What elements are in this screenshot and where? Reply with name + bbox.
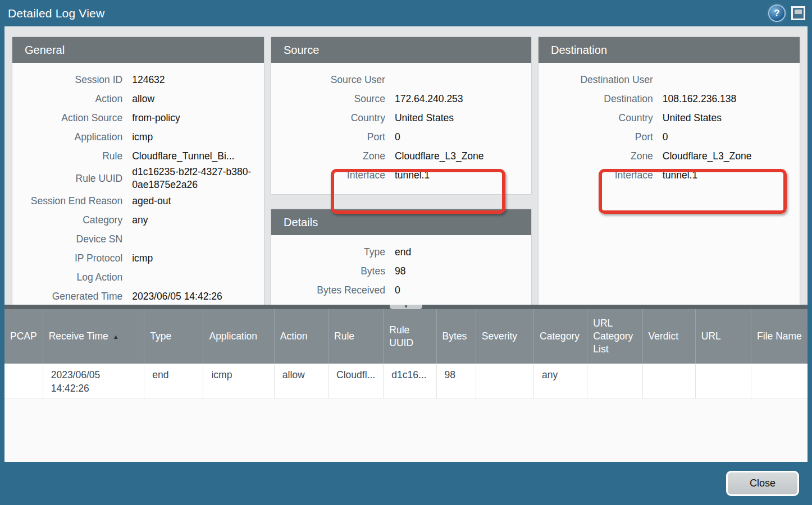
destination-panel: Destination Destination User Destination… xyxy=(539,37,800,305)
details-row: Typeend xyxy=(271,242,524,261)
collapse-handle[interactable]: ▼ xyxy=(390,305,422,309)
column-header-verdict[interactable]: Verdict xyxy=(642,309,695,364)
cell-severity xyxy=(476,364,533,399)
column-header-application[interactable]: Application xyxy=(203,309,274,364)
column-header-type[interactable]: Type xyxy=(144,309,203,364)
log-table-row[interactable]: 2023/06/05 14:42:26 end icmp allow Cloud… xyxy=(4,364,808,399)
destination-row: Interfacetunnel.1 xyxy=(539,166,793,185)
cell-url-category-list xyxy=(587,364,642,399)
general-row: Session ID124632 xyxy=(12,70,257,89)
column-header-bytes[interactable]: Bytes xyxy=(436,309,476,364)
chevron-down-icon: ▼ xyxy=(404,305,408,309)
column-header-receive-time[interactable]: Receive Time▲ xyxy=(43,309,144,364)
cell-action: allow xyxy=(274,364,328,399)
general-row: Session End Reasonaged-out xyxy=(12,191,257,210)
general-panel: General Session ID124632 Actionallow Act… xyxy=(12,37,264,305)
details-row: Bytes Received0 xyxy=(271,281,524,300)
destination-row: CountryUnited States xyxy=(539,108,793,127)
column-header-file-name[interactable]: File Name xyxy=(751,309,808,364)
close-button[interactable]: Close xyxy=(726,471,799,496)
cell-application: icmp xyxy=(203,364,274,399)
source-panel-header: Source xyxy=(271,37,531,63)
cell-url xyxy=(695,364,751,399)
column-header-action[interactable]: Action xyxy=(274,309,328,364)
destination-row: Destination108.162.236.138 xyxy=(539,89,793,108)
general-row: RuleCloudflare_Tunnel_Bi... xyxy=(12,146,257,166)
cell-type: end xyxy=(144,364,203,399)
cell-bytes: 98 xyxy=(436,364,476,399)
dialog-titlebar: Detailed Log View ? xyxy=(0,0,812,26)
details-panel: Details Typeend Bytes98 Bytes Received0 xyxy=(271,209,531,305)
general-row: Device SN xyxy=(12,229,257,249)
cell-pcap xyxy=(4,364,43,399)
sort-ascending-icon: ▲ xyxy=(113,333,119,340)
details-panel-header: Details xyxy=(271,209,531,235)
general-row: Rule UUIDd1c16235-b2f2-4327-b380-0ae1875… xyxy=(12,166,257,191)
column-header-rule-uuid[interactable]: Rule UUID xyxy=(384,309,436,364)
column-header-severity[interactable]: Severity xyxy=(476,309,533,364)
general-panel-header: General xyxy=(12,37,264,63)
source-row: Port0 xyxy=(271,127,524,146)
destination-panel-header: Destination xyxy=(539,37,800,63)
column-header-pcap[interactable]: PCAP xyxy=(4,309,43,364)
log-table: PCAP Receive Time▲ Type Application Acti… xyxy=(4,309,808,399)
cell-category: any xyxy=(534,364,587,399)
help-icon[interactable]: ? xyxy=(769,6,784,21)
dialog-title: Detailed Log View xyxy=(8,7,769,20)
destination-row: Port0 xyxy=(539,127,793,146)
source-row: CountryUnited States xyxy=(271,108,524,127)
details-row: Bytes98 xyxy=(271,261,524,281)
source-panel: Source Source User Source172.64.240.253 … xyxy=(271,37,531,194)
cell-rule-uuid: d1c16... xyxy=(384,364,436,399)
log-detail-panels: General Session ID124632 Actionallow Act… xyxy=(4,26,808,305)
source-row: Source User xyxy=(271,70,524,89)
cell-rule: Cloudfl... xyxy=(329,364,384,399)
general-row: Log Action xyxy=(12,268,257,287)
destination-row: Destination User xyxy=(539,70,793,89)
general-row: Actionallow xyxy=(12,89,257,108)
column-header-url-category-list[interactable]: URL Category List xyxy=(587,309,642,364)
general-row: Applicationicmp xyxy=(12,127,257,146)
destination-row: ZoneCloudflare_L3_Zone xyxy=(539,146,793,166)
cell-file-name xyxy=(751,364,808,399)
general-row: Action Sourcefrom-policy xyxy=(12,108,257,127)
panel-table-splitter[interactable]: ▼ xyxy=(4,305,808,309)
general-row: IP Protocolicmp xyxy=(12,249,257,268)
table-header-row: PCAP Receive Time▲ Type Application Acti… xyxy=(4,309,808,364)
source-row: Source172.64.240.253 xyxy=(271,89,524,108)
cell-receive-time: 2023/06/05 14:42:26 xyxy=(43,364,144,399)
general-row: Generated Time2023/06/05 14:42:26 xyxy=(12,287,257,305)
restore-window-icon[interactable] xyxy=(791,6,805,20)
cell-verdict xyxy=(642,364,695,399)
source-row: ZoneCloudflare_L3_Zone xyxy=(271,146,524,166)
log-table-section: PCAP Receive Time▲ Type Application Acti… xyxy=(4,309,808,462)
dialog-footer: Close xyxy=(0,462,812,505)
column-header-category[interactable]: Category xyxy=(534,309,587,364)
source-row: Interfacetunnel.1 xyxy=(271,166,524,185)
column-header-url[interactable]: URL xyxy=(695,309,751,364)
general-row: Categoryany xyxy=(12,210,257,229)
column-header-rule[interactable]: Rule xyxy=(329,309,384,364)
